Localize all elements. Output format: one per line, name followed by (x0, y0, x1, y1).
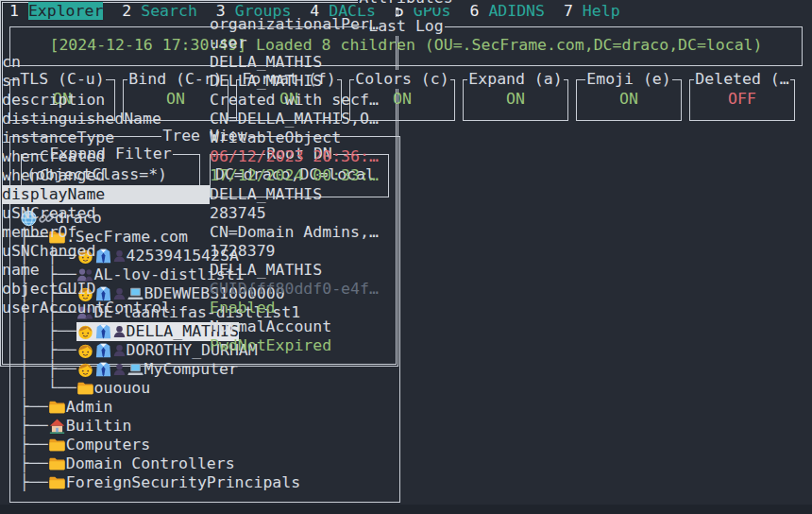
attr-name: distinguishedName (2, 110, 210, 128)
attr-row-useraccountcontrol[interactable]: userAccountControlEnabled (2, 299, 812, 317)
attr-value: organizationalPer… (210, 15, 812, 34)
attr-row-instancetype[interactable]: instanceTypeWritableObject (2, 128, 812, 147)
attr-row-name[interactable]: nameDELLA_MATHIS (2, 261, 812, 280)
attr-value: CN=DELLA_MATHIS,O… (210, 110, 812, 128)
attr-value: CN=Domain Admins,… (210, 223, 812, 242)
attr-row-continuation[interactable]: user (2, 34, 812, 53)
attr-row-whencreated[interactable]: whenCreated06/12/2023 20:36:… (2, 147, 812, 166)
attr-name (2, 317, 210, 336)
attr-name: description (2, 91, 210, 110)
attr-row-continuation[interactable]: organizationalPer… (2, 15, 812, 34)
attr-value: Created with secf… (210, 91, 812, 110)
attributes-panel: Attributes organizationalPer…usercnDELLA… (0, 0, 398, 367)
attr-row-usnchanged[interactable]: uSNChanged1728379 (2, 242, 812, 261)
attr-name: displayName (2, 185, 210, 204)
attributes-title: Attributes (0, 0, 812, 8)
attr-value: 06/12/2023 20:36:… (210, 147, 812, 166)
attr-name: instanceType (2, 128, 210, 147)
attr-name: uSNChanged (2, 242, 210, 261)
attr-name: objectGUID (2, 280, 210, 299)
attr-row-displayname[interactable]: displayNameDELLA_MATHIS (2, 185, 812, 204)
attr-value: NormalAccount (210, 317, 812, 336)
attr-row-sn[interactable]: snDELLA_MATHIS (2, 72, 812, 91)
attr-row-description[interactable]: descriptionCreated with secf… (2, 91, 812, 110)
attr-name: whenChanged (2, 166, 210, 185)
attr-value: GUID{ff80ddf0-e4f… (210, 280, 812, 299)
attr-row-continuation[interactable]: NormalAccount (2, 317, 812, 336)
attr-name: memberOf (2, 223, 210, 242)
attr-row-objectguid[interactable]: objectGUIDGUID{ff80ddf0-e4f… (2, 280, 812, 299)
attr-value: DELLA_MATHIS (210, 261, 812, 280)
attr-row-whenchanged[interactable]: whenChanged17/12/2024 00:33:… (2, 166, 812, 185)
attr-name: name (2, 261, 210, 280)
attr-value: WritableObject (210, 128, 812, 147)
attr-value: 1728379 (210, 242, 812, 261)
attr-name (2, 336, 210, 355)
attr-name: uSNCreated (2, 204, 210, 223)
attr-name: userAccountControl (2, 299, 210, 317)
attr-value: Enabled (210, 299, 812, 317)
attr-name: whenCreated (2, 147, 210, 166)
bottom-strip (0, 505, 812, 514)
attributes-table: organizationalPer…usercnDELLA_MATHISsnDE… (0, 15, 812, 514)
attr-name (2, 34, 210, 53)
attr-row-continuation[interactable]: PwdNotExpired (2, 336, 812, 355)
attr-value: 17/12/2024 00:33:… (210, 166, 812, 185)
attr-row-memberof[interactable]: memberOfCN=Domain Admins,… (2, 223, 812, 242)
attr-value: DELLA_MATHIS (210, 185, 812, 204)
attr-value: PwdNotExpired (210, 336, 812, 355)
attr-row-usncreated[interactable]: uSNCreated283745 (2, 204, 812, 223)
attr-row-distinguishedname[interactable]: distinguishedNameCN=DELLA_MATHIS,O… (2, 110, 812, 128)
attr-name (2, 15, 210, 34)
attr-value: user (210, 34, 812, 53)
attr-row-cn[interactable]: cnDELLA_MATHIS (2, 53, 812, 72)
attr-value: 283745 (210, 204, 812, 223)
attr-name: sn (2, 72, 210, 91)
attr-name: cn (2, 53, 210, 72)
terminal-screen: 1 Explorer2 Search3 Groups4 DACLs5 GPOs6… (0, 0, 812, 514)
attr-value: DELLA_MATHIS (210, 53, 812, 72)
attr-value: DELLA_MATHIS (210, 72, 812, 91)
